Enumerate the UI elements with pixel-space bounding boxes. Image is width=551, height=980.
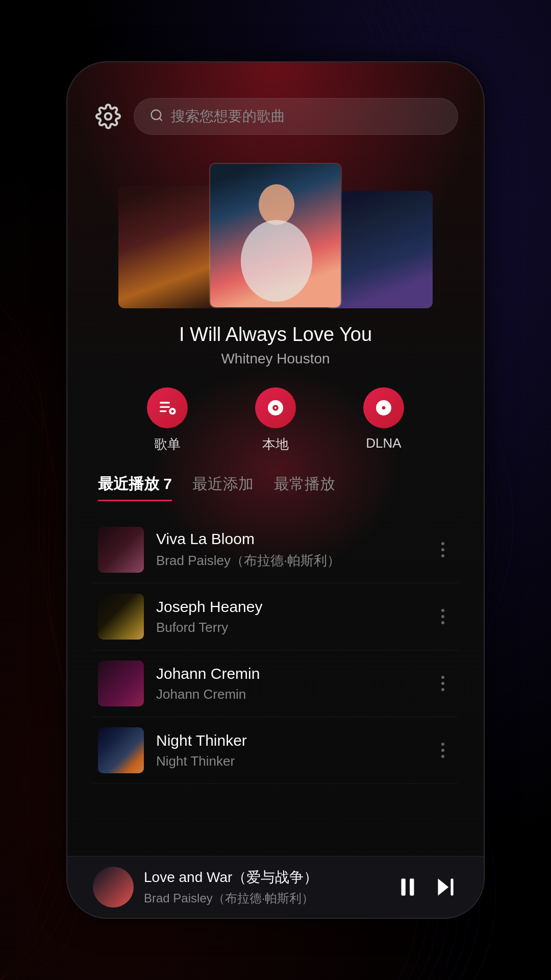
now-playing-artist: Whitney Houston: [93, 351, 458, 367]
song-artist-4: Night Thinker: [156, 753, 420, 769]
tab-recently-added[interactable]: 最近添加: [192, 474, 254, 501]
now-playing-title: I Will Always Love You: [93, 324, 458, 346]
svg-rect-5: [160, 402, 170, 403]
dot: [441, 615, 444, 618]
nav-item-local[interactable]: 本地: [255, 387, 296, 453]
tabs: 最近播放 7 最近添加 最常播放: [93, 474, 458, 501]
next-button[interactable]: [433, 874, 458, 900]
local-icon-circle: [255, 387, 296, 428]
song-info-2: Joseph Heaney Buford Terry: [156, 598, 420, 635]
settings-button[interactable]: [93, 101, 123, 132]
song-more-1[interactable]: [433, 542, 453, 557]
tab-recent-play[interactable]: 最近播放 7: [98, 474, 172, 501]
search-bar[interactable]: 搜索您想要的歌曲: [134, 98, 458, 135]
svg-point-1: [152, 110, 161, 120]
bar-title: Love and War（爱与战争）: [144, 868, 385, 887]
pause-button[interactable]: [395, 874, 420, 900]
song-item-4[interactable]: Night Thinker Night Thinker: [93, 717, 458, 784]
song-item-1[interactable]: Viva La Bloom Brad Paisley（布拉德·帕斯利）: [93, 517, 458, 583]
song-title-3: Johann Cremin: [156, 665, 420, 682]
song-thumb-4: [98, 727, 144, 773]
nav-item-playlist[interactable]: 歌单: [147, 387, 188, 453]
song-artist-1: Brad Paisley（布拉德·帕斯利）: [156, 552, 420, 570]
dot: [441, 755, 444, 758]
song-more-4[interactable]: [433, 743, 453, 758]
svg-marker-17: [438, 878, 448, 895]
bar-artist: Brad Paisley（布拉德·帕斯利）: [144, 890, 385, 906]
song-artist-2: Buford Terry: [156, 620, 420, 635]
song-artist-3: Johann Cremin: [156, 687, 420, 702]
playlist-icon-circle: [147, 387, 188, 428]
bar-thumb: [93, 867, 134, 908]
svg-point-0: [105, 113, 112, 120]
song-info-1: Viva La Bloom Brad Paisley（布拉德·帕斯利）: [156, 530, 420, 570]
phone-content: 搜索您想要的歌曲: [67, 62, 484, 918]
bar-controls: [395, 874, 458, 900]
song-info-3: Johann Cremin Johann Cremin: [156, 665, 420, 702]
song-item-3[interactable]: Johann Cremin Johann Cremin: [93, 650, 458, 717]
phone-frame: 搜索您想要的歌曲: [66, 61, 485, 919]
dot: [441, 676, 444, 679]
svg-point-9: [171, 410, 174, 412]
nav-label-playlist: 歌单: [154, 435, 181, 453]
svg-rect-7: [160, 410, 166, 412]
dot: [441, 621, 444, 624]
search-placeholder: 搜索您想要的歌曲: [171, 107, 285, 126]
dot: [441, 554, 444, 557]
song-thumb-3: [98, 660, 144, 706]
nav-label-local: 本地: [262, 435, 289, 453]
now-playing-bar[interactable]: Love and War（爱与战争） Brad Paisley（布拉德·帕斯利）: [67, 856, 484, 918]
dot: [441, 743, 444, 746]
svg-point-3: [259, 184, 294, 225]
song-title-4: Night Thinker: [156, 732, 420, 749]
svg-point-14: [382, 406, 386, 410]
svg-rect-16: [410, 878, 414, 895]
song-more-2[interactable]: [433, 609, 453, 624]
svg-rect-18: [450, 878, 453, 895]
svg-rect-15: [402, 878, 406, 895]
nav-icons: 歌单 本地: [93, 387, 458, 453]
tab-most-played[interactable]: 最常播放: [274, 474, 335, 501]
dot: [441, 749, 444, 752]
tab-count: 7: [163, 475, 172, 492]
svg-point-12: [274, 407, 277, 409]
nav-item-dlna[interactable]: DLNA: [363, 387, 404, 453]
nav-label-dlna: DLNA: [366, 435, 401, 451]
svg-point-4: [241, 220, 312, 302]
album-art-center: [210, 164, 341, 307]
dot: [441, 609, 444, 612]
header: 搜索您想要的歌曲: [93, 98, 458, 135]
song-title-1: Viva La Bloom: [156, 530, 420, 548]
search-icon: [149, 108, 164, 125]
svg-line-2: [159, 118, 162, 120]
song-item-2[interactable]: Joseph Heaney Buford Terry: [93, 583, 458, 650]
bar-info: Love and War（爱与战争） Brad Paisley（布拉德·帕斯利）: [144, 868, 385, 906]
song-list: Viva La Bloom Brad Paisley（布拉德·帕斯利） Jose…: [93, 517, 458, 856]
song-info-4: Night Thinker Night Thinker: [156, 732, 420, 769]
dot: [441, 688, 444, 691]
album-carousel: [93, 155, 458, 308]
svg-rect-6: [160, 406, 170, 408]
song-thumb-2: [98, 594, 144, 640]
dot: [441, 682, 444, 685]
dot: [441, 548, 444, 551]
album-card-center[interactable]: [209, 163, 342, 308]
song-thumb-1: [98, 527, 144, 573]
dlna-icon-circle: [363, 387, 404, 428]
now-playing-info: I Will Always Love You Whitney Houston: [93, 324, 458, 367]
song-title-2: Joseph Heaney: [156, 598, 420, 616]
dot: [441, 542, 444, 545]
song-more-3[interactable]: [433, 676, 453, 691]
